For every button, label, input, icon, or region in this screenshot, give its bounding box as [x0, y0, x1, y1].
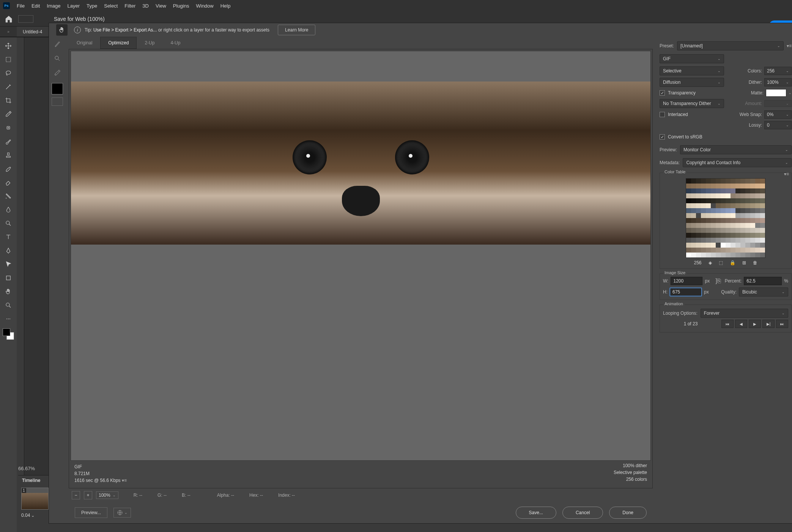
- width-input[interactable]: [671, 277, 702, 285]
- dither-method-select[interactable]: Diffusion⌄: [660, 78, 724, 87]
- settings-panel: Preset: [Unnamed]⌄ ▾≡ GIF⌄ Selective⌄ Co…: [656, 37, 792, 523]
- eraser-tool[interactable]: [3, 177, 14, 188]
- info-menu-icon[interactable]: ▾≡: [122, 478, 127, 483]
- color-count: 256: [694, 260, 701, 265]
- zoom-tool[interactable]: [3, 300, 14, 311]
- preset-select[interactable]: [Unnamed]⌄: [677, 41, 784, 50]
- link-icon[interactable]: ]⎘: [715, 278, 721, 284]
- type-tool[interactable]: [3, 231, 14, 243]
- marquee-tool[interactable]: [3, 54, 14, 65]
- dodge-tool[interactable]: [3, 218, 14, 229]
- colors-select[interactable]: 256⌄: [764, 67, 792, 75]
- ct-icon-1[interactable]: ◈: [709, 260, 712, 265]
- menu-layer[interactable]: Layer: [68, 3, 80, 9]
- path-select-tool[interactable]: [3, 259, 14, 270]
- cancel-button[interactable]: Cancel: [562, 507, 603, 519]
- next-frame-button[interactable]: ▶|: [762, 320, 775, 328]
- height-input[interactable]: [670, 288, 702, 296]
- dialog-zoom-tool[interactable]: [52, 53, 63, 64]
- wand-tool[interactable]: [3, 81, 14, 93]
- home-icon[interactable]: [5, 15, 13, 23]
- history-brush-tool[interactable]: [3, 163, 14, 174]
- matte-swatch[interactable]: [766, 89, 786, 97]
- blur-tool[interactable]: [3, 204, 14, 215]
- preset-menu-icon[interactable]: ▾≡: [787, 43, 792, 49]
- browser-preview-button[interactable]: ⌄: [113, 508, 131, 518]
- prev-frame-button[interactable]: ◀: [735, 320, 747, 328]
- ct-icon-2[interactable]: ⬚: [719, 260, 723, 265]
- metadata-select[interactable]: Copyright and Contact Info⌄: [683, 158, 792, 167]
- interlaced-checkbox[interactable]: [660, 112, 665, 117]
- gradient-tool[interactable]: [3, 190, 14, 202]
- menu-type[interactable]: Type: [87, 3, 97, 9]
- preview-canvas[interactable]: [71, 51, 651, 461]
- reduction-select[interactable]: Selective⌄: [660, 66, 724, 75]
- last-frame-button[interactable]: ⏭: [776, 320, 788, 328]
- menu-select[interactable]: Select: [104, 3, 118, 9]
- preview-select[interactable]: Monitor Color⌄: [680, 145, 792, 154]
- move-tool[interactable]: [3, 40, 14, 52]
- ct-lock-icon[interactable]: 🔒: [730, 260, 735, 265]
- crop-tool[interactable]: [3, 95, 14, 106]
- slice-visibility-toggle[interactable]: [52, 97, 63, 106]
- quality-select[interactable]: Bicubic⌄: [739, 287, 788, 297]
- menu-3d[interactable]: 3D: [142, 3, 149, 9]
- zoom-select[interactable]: 100%⌄: [96, 491, 118, 499]
- edit-toolbar[interactable]: ⋯: [3, 313, 14, 325]
- transparency-checkbox[interactable]: [660, 90, 665, 96]
- loop-select[interactable]: Forever⌄: [701, 309, 788, 318]
- panel-collapse-icon[interactable]: »: [0, 30, 17, 34]
- play-button[interactable]: ▶: [749, 320, 761, 328]
- color-table[interactable]: [686, 178, 765, 258]
- eyedropper-tool[interactable]: [3, 108, 14, 120]
- tab-original[interactable]: Original: [69, 37, 100, 49]
- percent-input[interactable]: [744, 277, 782, 285]
- menu-filter[interactable]: Filter: [124, 3, 135, 9]
- format-select[interactable]: GIF⌄: [660, 54, 724, 63]
- shape-tool[interactable]: [3, 272, 14, 284]
- menu-file[interactable]: File: [17, 3, 25, 9]
- menu-edit[interactable]: Edit: [31, 3, 40, 9]
- heal-tool[interactable]: [3, 122, 14, 133]
- ct-new-icon[interactable]: ⊞: [742, 260, 746, 265]
- matte-dropdown[interactable]: ⌄: [789, 91, 792, 95]
- dialog-eyedropper-tool[interactable]: [52, 67, 63, 78]
- readout-hex: Hex: --: [249, 493, 263, 498]
- stamp-tool[interactable]: [3, 149, 14, 161]
- menu-image[interactable]: Image: [47, 3, 60, 9]
- menu-window[interactable]: Window: [196, 3, 213, 9]
- readout-r: R: --: [134, 493, 142, 498]
- srgb-checkbox[interactable]: [660, 134, 665, 140]
- done-button[interactable]: Done: [609, 507, 647, 519]
- dialog-hand-tool[interactable]: [56, 24, 68, 36]
- tab-2up[interactable]: 2-Up: [137, 37, 162, 49]
- color-table-menu-icon[interactable]: ▾≡: [784, 171, 789, 177]
- dialog-slice-tool[interactable]: [52, 38, 63, 50]
- tab-4up[interactable]: 4-Up: [162, 37, 188, 49]
- lossy-select[interactable]: 0⌄: [764, 121, 792, 129]
- preview-label: Preview:: [660, 147, 677, 152]
- save-button[interactable]: Save...: [516, 507, 556, 519]
- menu-plugins[interactable]: Plugins: [173, 3, 189, 9]
- dither-value-select[interactable]: 100%⌄: [764, 78, 792, 86]
- first-frame-button[interactable]: ⏮: [721, 320, 734, 328]
- menu-view[interactable]: View: [156, 3, 166, 9]
- hand-tool[interactable]: [3, 286, 14, 297]
- lasso-tool[interactable]: [3, 67, 14, 79]
- preview-button[interactable]: Preview...: [75, 507, 107, 518]
- websnap-select[interactable]: 0%⌄: [764, 110, 792, 119]
- ct-trash-icon[interactable]: 🗑: [753, 260, 757, 265]
- pen-tool[interactable]: [3, 245, 14, 256]
- brush-tool[interactable]: [3, 136, 14, 147]
- zoom-out-button[interactable]: −: [72, 491, 80, 499]
- document-tab[interactable]: Untitled-4: [17, 27, 48, 37]
- trans-dither-select[interactable]: No Transparency Dither⌄: [660, 99, 724, 108]
- zoom-in-button[interactable]: +: [84, 491, 92, 499]
- color-swatches[interactable]: [3, 328, 14, 340]
- learn-more-button[interactable]: Learn More: [278, 25, 315, 35]
- tab-optimized[interactable]: Optimized: [100, 37, 137, 49]
- frame-thumb-1[interactable]: 1: [21, 488, 49, 510]
- menu-help[interactable]: Help: [220, 3, 231, 9]
- eyedropper-color[interactable]: [52, 83, 63, 94]
- tool-preset[interactable]: [18, 15, 33, 23]
